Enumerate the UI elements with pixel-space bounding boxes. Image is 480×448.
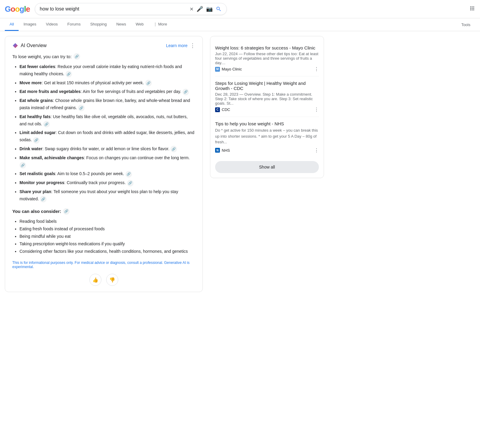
ai-feedback-buttons: 👍 👎 xyxy=(12,274,195,286)
link-icon[interactable]: 🔗 xyxy=(170,146,177,152)
thumbs-down-button[interactable]: 👎 xyxy=(106,274,118,286)
header: Google ✕ 🎤 📷 xyxy=(0,0,480,18)
ai-overview-title: AI Overview xyxy=(21,43,46,48)
list-item: Move more: Get at least 150 minutes of p… xyxy=(20,79,195,87)
tab-more[interactable]: ⋮ More xyxy=(148,18,172,31)
thumbs-down-icon: 👎 xyxy=(109,277,115,283)
ai-intro: To lose weight, you can try to: 🔗 xyxy=(12,53,195,60)
list-item: Share your plan: Tell someone you trust … xyxy=(20,188,195,203)
camera-icon: 📷 xyxy=(206,6,213,12)
source-date: Jun 22, 2024 — Follow these other diet t… xyxy=(215,52,319,65)
mic-icon: 🎤 xyxy=(196,6,203,12)
ai-tips-list: Eat fewer calories: Reduce your overall … xyxy=(12,63,195,203)
also-list: Reading food labels Eating fresh foods i… xyxy=(12,218,195,255)
ai-more-button[interactable]: ⋮ xyxy=(190,42,195,49)
source-site: M Mayo Clinic xyxy=(215,67,242,72)
search-bar[interactable]: ✕ 🎤 📷 xyxy=(35,3,227,15)
list-item: Eat healthy fats: Use healthy fats like … xyxy=(20,113,195,128)
left-column: AI Overview Learn more ⋮ To lose weight,… xyxy=(5,36,203,297)
link-icon[interactable]: 🔗 xyxy=(40,196,46,202)
ai-title-area: AI Overview xyxy=(12,43,46,49)
source-date: Dec 28, 2023 — Overview. Step 1: Make a … xyxy=(215,92,319,106)
link-icon[interactable]: 🔗 xyxy=(145,80,152,86)
also-list-item: Considering other factors like your medi… xyxy=(20,248,195,255)
ai-disclaimer: This is for informational purposes only.… xyxy=(12,261,195,269)
list-item: Limit added sugar: Cut down on foods and… xyxy=(20,129,195,144)
also-consider-section: You can also consider: 🔗 Reading food la… xyxy=(12,208,195,255)
source-meta: M Mayo Clinic ⋮ xyxy=(215,66,319,72)
tab-videos[interactable]: Videos xyxy=(41,18,63,31)
source-more-button[interactable]: ⋮ xyxy=(314,66,319,72)
list-item: Eat fewer calories: Reduce your overall … xyxy=(20,63,195,78)
list-item: Eat more fruits and vegetables: Aim for … xyxy=(20,88,195,95)
also-list-item: Eating fresh foods instead of processed … xyxy=(20,225,195,233)
also-list-item: Reading food labels xyxy=(20,218,195,225)
svg-marker-0 xyxy=(13,43,18,48)
list-item: Make small, achievable changes: Focus on… xyxy=(20,154,195,169)
source-title[interactable]: Steps for Losing Weight | Healthy Weight… xyxy=(215,81,319,91)
content-area: AI Overview Learn more ⋮ To lose weight,… xyxy=(0,31,342,302)
list-item: Set realistic goals: Aim to lose 0.5–2 p… xyxy=(20,170,195,178)
source-meta: C CDC ⋮ xyxy=(215,107,319,112)
also-link-icon[interactable]: 🔗 xyxy=(63,208,70,215)
source-site: N NHS xyxy=(215,148,230,153)
clear-button[interactable]: ✕ xyxy=(190,6,194,12)
also-list-item: Taking prescription weight-loss medicati… xyxy=(20,240,195,248)
link-icon[interactable]: 🔗 xyxy=(182,89,189,95)
clear-icon: ✕ xyxy=(190,6,194,12)
image-search-button[interactable]: 📷 xyxy=(206,6,213,12)
search-input[interactable] xyxy=(40,6,187,12)
list-item: Drink water: Swap sugary drinks for wate… xyxy=(20,145,195,153)
source-item-mayo: Weight loss: 6 strategies for success - … xyxy=(215,41,319,76)
nav-tabs: All Images Videos Forums Shopping News W… xyxy=(0,18,480,31)
ai-overview-header: AI Overview Learn more ⋮ xyxy=(12,42,195,49)
tools-button[interactable]: Tools xyxy=(457,19,475,31)
link-icon[interactable]: 🔗 xyxy=(65,71,72,77)
mayo-favicon: M xyxy=(215,67,220,72)
voice-search-button[interactable]: 🎤 xyxy=(196,6,203,12)
learn-more-link[interactable]: Learn more xyxy=(166,43,188,48)
search-icon xyxy=(216,6,222,12)
show-all-button[interactable]: Show all xyxy=(215,161,319,173)
tab-all[interactable]: All xyxy=(5,18,19,31)
source-item-cdc: Steps for Losing Weight | Healthy Weight… xyxy=(215,76,319,117)
link-icon[interactable]: 🔗 xyxy=(125,171,132,178)
thumbs-up-button[interactable]: 👍 xyxy=(89,274,101,286)
source-title[interactable]: Weight loss: 6 strategies for success - … xyxy=(215,45,319,50)
source-title[interactable]: Tips to help you lose weight - NHS xyxy=(215,121,319,126)
link-icon[interactable]: 🔗 xyxy=(78,105,85,111)
cdc-favicon: C xyxy=(215,107,220,112)
apps-button[interactable] xyxy=(469,5,475,13)
source-item-nhs: Tips to help you lose weight - NHS Do * … xyxy=(215,117,319,157)
tab-shopping[interactable]: Shopping xyxy=(86,18,112,31)
google-logo: Google xyxy=(5,4,30,14)
ai-header-actions: Learn more ⋮ xyxy=(166,42,195,49)
source-more-button[interactable]: ⋮ xyxy=(314,107,319,112)
source-site: C CDC xyxy=(215,107,230,112)
ai-diamond-icon xyxy=(12,43,18,49)
source-desc: Do * get active for 150 minutes a week –… xyxy=(215,127,319,145)
tab-news[interactable]: News xyxy=(112,18,131,31)
tab-web[interactable]: Web xyxy=(131,18,148,31)
also-consider-title: You can also consider: 🔗 xyxy=(12,208,195,215)
ai-overview-panel: AI Overview Learn more ⋮ To lose weight,… xyxy=(5,36,203,292)
tab-forums[interactable]: Forums xyxy=(63,18,86,31)
sources-card: Weight loss: 6 strategies for success - … xyxy=(210,36,324,178)
nhs-favicon: N xyxy=(215,148,220,153)
search-button[interactable] xyxy=(216,6,222,12)
link-icon[interactable]: 🔗 xyxy=(33,137,40,144)
source-more-button[interactable]: ⋮ xyxy=(314,148,319,153)
right-column: Weight loss: 6 strategies for success - … xyxy=(210,36,324,297)
list-item: Eat whole grains: Choose whole grains li… xyxy=(20,97,195,112)
link-icon[interactable]: 🔗 xyxy=(127,180,134,187)
source-meta: N NHS ⋮ xyxy=(215,148,319,153)
list-item: Monitor your progress: Continually track… xyxy=(20,179,195,187)
link-icon[interactable]: 🔗 xyxy=(20,162,26,169)
thumbs-up-icon: 👍 xyxy=(92,277,98,283)
intro-link-icon[interactable]: 🔗 xyxy=(74,53,80,60)
link-icon[interactable]: 🔗 xyxy=(43,121,50,127)
tab-images[interactable]: Images xyxy=(19,18,41,31)
also-list-item: Being mindful while you eat xyxy=(20,233,195,240)
